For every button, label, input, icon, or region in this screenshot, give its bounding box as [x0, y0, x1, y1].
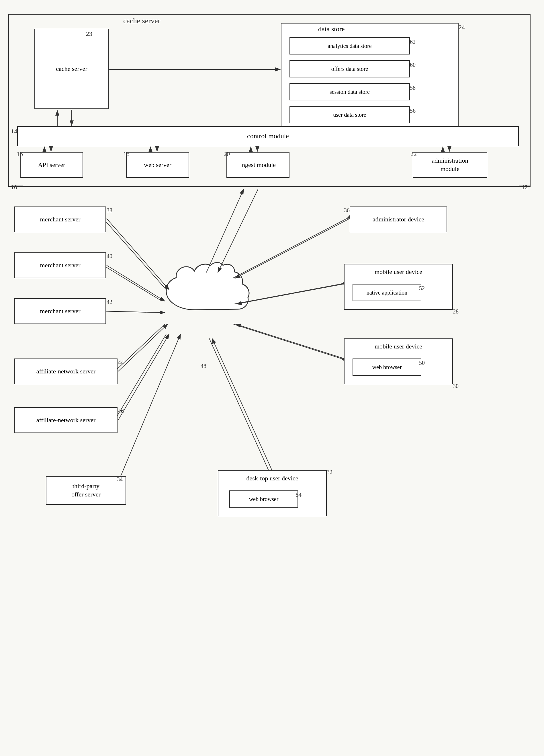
label-22: 22 — [410, 150, 417, 158]
label-18: 18 — [123, 150, 130, 158]
label-50: 50 — [419, 360, 425, 366]
user-data-store-box: user data store — [289, 106, 410, 123]
desktop-user-device-label: desk-top user device — [219, 474, 326, 483]
label-14: 14 — [11, 128, 17, 135]
label-38: 38 — [107, 207, 112, 214]
label-60: 60 — [410, 62, 416, 68]
svg-line-19 — [107, 265, 165, 301]
svg-line-18 — [103, 219, 166, 290]
mobile-user-device-30-label: mobile user device — [344, 342, 452, 351]
svg-line-15 — [218, 189, 258, 272]
web-server-label: web server — [144, 161, 172, 169]
svg-line-31 — [234, 284, 341, 304]
session-data-store-box: session data store — [289, 83, 410, 100]
svg-line-34 — [212, 338, 272, 471]
mobile-user-device-28-label: mobile user device — [344, 268, 452, 276]
label-30: 30 — [453, 383, 459, 389]
label-10: 10 — [11, 184, 17, 191]
administration-module-box: administration module — [413, 152, 487, 178]
offers-engine-label: cache server — [123, 17, 160, 25]
ingest-module-box: ingest module — [227, 152, 289, 178]
svg-line-21 — [107, 311, 165, 313]
label-23: 23 — [86, 30, 92, 38]
merchant-server-38-box: merchant server — [14, 206, 106, 232]
label-42: 42 — [107, 299, 112, 305]
svg-line-16 — [206, 189, 244, 272]
label-52: 52 — [419, 285, 425, 292]
label-44: 44 — [118, 359, 124, 366]
label-20: 20 — [224, 150, 230, 158]
user-data-store-label: user data store — [333, 111, 366, 118]
svg-line-28 — [235, 219, 350, 278]
label-28: 28 — [453, 308, 459, 315]
affiliate-server-46-label: affiliate-network server — [36, 416, 96, 424]
label-32: 32 — [327, 469, 332, 476]
label-56: 56 — [410, 108, 416, 114]
web-server-box: web server — [126, 152, 189, 178]
svg-line-23 — [118, 324, 168, 371]
data-store-label: data store — [318, 25, 345, 33]
label-58: 58 — [410, 85, 416, 91]
svg-line-32 — [236, 324, 344, 358]
merchant-server-40-label: merchant server — [40, 261, 80, 270]
api-server-label: API server — [38, 161, 65, 169]
svg-line-25 — [118, 334, 169, 420]
web-browser-desktop-label: web browser — [249, 495, 278, 503]
merchant-server-40-box: merchant server — [14, 252, 106, 278]
administrator-device-label: administrator device — [372, 215, 424, 224]
label-24: 24 — [459, 24, 465, 31]
affiliate-server-44-label: affiliate-network server — [36, 367, 96, 376]
session-data-store-label: session data store — [329, 88, 370, 96]
label-46: 46 — [118, 408, 124, 414]
label-34: 34 — [117, 476, 123, 483]
web-browser-desktop-box: web browser — [229, 490, 298, 508]
administration-module-label: administration module — [432, 157, 468, 173]
svg-line-33 — [233, 324, 341, 358]
affiliate-server-44-box: affiliate-network server — [14, 358, 118, 384]
administrator-device-box: administrator device — [350, 206, 447, 232]
api-server-box: API server — [20, 152, 83, 178]
third-party-server-box: third-party offer server — [46, 476, 126, 505]
web-browser-mobile-label: web browser — [372, 363, 402, 371]
control-module-label: control module — [247, 132, 289, 141]
svg-line-30 — [237, 284, 344, 304]
svg-line-29 — [233, 219, 347, 278]
third-party-server-label: third-party offer server — [71, 482, 101, 498]
analytics-data-store-label: analytics data store — [327, 42, 371, 50]
native-application-box: native application — [352, 284, 421, 301]
native-application-label: native application — [366, 289, 407, 296]
diagram-container: cache server cache server data store ana… — [0, 0, 544, 756]
label-12: 12 — [522, 184, 528, 191]
label-48: 48 — [201, 363, 206, 369]
svg-line-26 — [115, 334, 166, 420]
svg-line-35 — [209, 338, 269, 471]
svg-line-27 — [115, 334, 181, 490]
label-16: 16 — [17, 150, 23, 158]
merchant-server-38-label: merchant server — [40, 215, 80, 224]
affiliate-server-46-box: affiliate-network server — [14, 407, 118, 433]
analytics-data-store-box: analytics data store — [289, 37, 410, 54]
svg-line-20 — [103, 265, 162, 301]
svg-line-22 — [103, 311, 162, 313]
label-36: 36 — [344, 207, 350, 214]
cache-server-box: cache server — [34, 29, 109, 109]
merchant-server-42-label: merchant server — [40, 307, 80, 315]
web-browser-mobile-box: web browser — [352, 358, 421, 376]
ingest-module-label: ingest module — [240, 161, 276, 169]
merchant-server-42-box: merchant server — [14, 298, 106, 324]
svg-line-17 — [107, 219, 169, 290]
offers-data-store-box: offers data store — [289, 60, 410, 77]
offers-data-store-label: offers data store — [331, 65, 368, 73]
cache-server-label: cache server — [56, 65, 87, 73]
control-module-box: control module — [17, 126, 519, 146]
label-40: 40 — [107, 253, 112, 260]
label-62: 62 — [410, 39, 416, 45]
label-54: 54 — [296, 492, 301, 498]
